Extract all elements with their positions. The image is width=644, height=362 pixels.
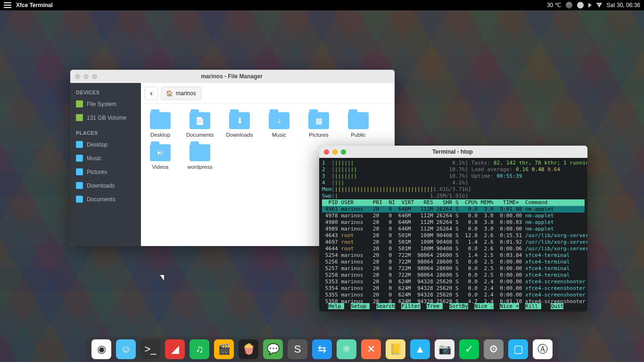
fkey-F2[interactable]: F2: [344, 303, 350, 309]
folder-icon: 📄: [190, 112, 210, 129]
folder-label: wordpress: [187, 164, 212, 170]
folder-item[interactable]: ♪Music: [264, 112, 294, 138]
sidebar-place-item[interactable]: Desktop: [70, 138, 141, 151]
maximize-icon[interactable]: [92, 74, 97, 79]
minimize-icon[interactable]: [83, 74, 89, 79]
sidebar-item-label: Documents: [87, 196, 116, 203]
folder-item[interactable]: ▦Pictures: [304, 112, 333, 138]
active-app-label[interactable]: Xfce Terminal: [16, 2, 53, 8]
sidebar-item-label: Music: [87, 155, 101, 162]
folder-label: Desktop: [150, 132, 170, 138]
dock-app-cursor-app[interactable]: ◢: [165, 339, 185, 359]
fkey-label: Search: [376, 303, 395, 309]
fkey-F5[interactable]: F5: [421, 303, 427, 309]
sidebar-place-item[interactable]: Downloads: [70, 179, 141, 192]
dock-app-xampp[interactable]: ✕: [361, 339, 381, 359]
terminal-title: Terminal - htop: [346, 148, 559, 155]
fkey-label: Nice -: [474, 303, 493, 309]
dock-app-camera[interactable]: 📷: [435, 339, 454, 359]
dock-app-spotify[interactable]: ♫: [190, 339, 209, 359]
terminal-titlebar[interactable]: Terminal - htop: [319, 146, 587, 158]
folder-icon: [76, 182, 83, 189]
home-icon: 🏠: [166, 90, 173, 97]
close-icon[interactable]: [75, 74, 80, 79]
sidebar-places-header: PLACES: [70, 128, 141, 138]
dock-app-popcorn[interactable]: 🍿: [239, 339, 258, 359]
folder-item[interactable]: wordpress: [185, 144, 215, 170]
folder-icon: [190, 144, 210, 161]
fkey-F9[interactable]: F9: [519, 303, 525, 309]
folder-icon: [76, 196, 83, 203]
sidebar-item-label: Pictures: [87, 169, 107, 175]
sidebar-place-item[interactable]: Documents: [70, 192, 141, 206]
fkey-label: SortBy: [449, 303, 468, 309]
fkey-F8[interactable]: F8: [494, 303, 500, 309]
terminal-window: Terminal - htop 1 [|||||| 8.1%] Tasks: 8…: [319, 146, 587, 312]
folder-item[interactable]: ⏯Videos: [146, 144, 175, 170]
volume-icon[interactable]: [588, 3, 592, 8]
fkey-F6[interactable]: F6: [443, 303, 449, 309]
folder-icon: [76, 168, 83, 175]
file-manager-titlebar[interactable]: marinos - File Manager: [70, 70, 395, 83]
fkey-label: Tree: [427, 303, 443, 309]
close-icon[interactable]: [324, 149, 329, 155]
dock: ◉☺>_◢♫🎬🍿💬S⇆⚛✕📒▲📷✓⚙▢Ⓐ: [86, 337, 558, 362]
breadcrumb-label: marinos: [176, 90, 196, 97]
fkey-label: Setup: [351, 303, 370, 309]
back-button[interactable]: ‹: [145, 87, 158, 100]
dock-app-clapper[interactable]: 🎬: [214, 339, 234, 359]
dock-app-vlc[interactable]: ▲: [410, 339, 430, 359]
sidebar-place-item[interactable]: Music: [70, 151, 141, 165]
folder-label: Videos: [152, 164, 169, 170]
fkey-F10[interactable]: F10: [541, 303, 551, 309]
folder-label: Music: [272, 132, 286, 138]
folder-label: Pictures: [309, 132, 329, 138]
top-panel: Xfce Terminal 30 ℃ Sat 30, 06:36: [0, 0, 644, 10]
breadcrumb[interactable]: 🏠 marinos: [161, 87, 201, 100]
security-shield-icon[interactable]: [596, 3, 602, 8]
folder-item[interactable]: Desktop: [146, 112, 175, 138]
tray-network-icon[interactable]: [577, 2, 584, 8]
dock-app-sublime[interactable]: S: [288, 339, 307, 359]
sidebar-item-label: Desktop: [87, 141, 107, 148]
dock-app-messages[interactable]: 💬: [263, 339, 283, 359]
dock-app-atom[interactable]: ⚛: [337, 339, 356, 359]
temperature-indicator[interactable]: 30 ℃: [547, 2, 561, 8]
dock-app-workspace[interactable]: ▢: [508, 339, 528, 359]
minimize-icon[interactable]: [332, 149, 338, 155]
file-manager-toolbar: ‹ 🏠 marinos: [141, 83, 395, 104]
tray-disk-icon[interactable]: [566, 2, 572, 8]
fkey-label: Nice +: [500, 303, 519, 309]
folder-icon: ▦: [308, 112, 329, 129]
app-menu-icon[interactable]: [4, 2, 11, 8]
sidebar-place-item[interactable]: Pictures: [70, 165, 141, 179]
sidebar-device-item[interactable]: File System: [70, 97, 141, 111]
terminal-output[interactable]: 1 [|||||| 8.1%] Tasks: 82, 142 thr, 78 k…: [319, 158, 587, 305]
clock[interactable]: Sat 30, 06:36: [607, 2, 640, 8]
folder-item[interactable]: Public: [344, 112, 373, 138]
dock-app-notes[interactable]: 📒: [386, 339, 405, 359]
sidebar-item-label: 131 GB Volume: [87, 115, 126, 121]
dock-app-terminal[interactable]: >_: [140, 339, 160, 359]
fkey-F7[interactable]: F7: [468, 303, 474, 309]
folder-icon: [76, 155, 83, 162]
folder-icon: ⏯: [150, 144, 171, 161]
dock-app-sync[interactable]: ⇆: [312, 339, 332, 359]
dock-app-appstore[interactable]: Ⓐ: [533, 339, 553, 359]
dock-app-chrome[interactable]: ◉: [91, 339, 111, 359]
maximize-icon[interactable]: [341, 149, 346, 155]
dock-app-check[interactable]: ✓: [459, 339, 479, 359]
dock-app-finder[interactable]: ☺: [116, 339, 136, 359]
drive-icon: [76, 100, 83, 107]
fkey-F3[interactable]: F3: [370, 303, 376, 309]
folder-item[interactable]: ⬇Downloads: [225, 112, 254, 138]
sidebar-device-item[interactable]: 131 GB Volume: [70, 111, 141, 124]
dock-app-settings[interactable]: ⚙: [484, 339, 504, 359]
sidebar-item-label: Downloads: [87, 182, 115, 189]
fkey-F4[interactable]: F4: [395, 303, 401, 309]
folder-label: Public: [351, 132, 365, 138]
folder-item[interactable]: 📄Documents: [185, 112, 215, 138]
fkey-F1[interactable]: F1: [322, 303, 328, 309]
file-manager-sidebar: DEVICES File System131 GB Volume PLACES …: [70, 83, 141, 246]
folder-icon: [348, 112, 369, 129]
